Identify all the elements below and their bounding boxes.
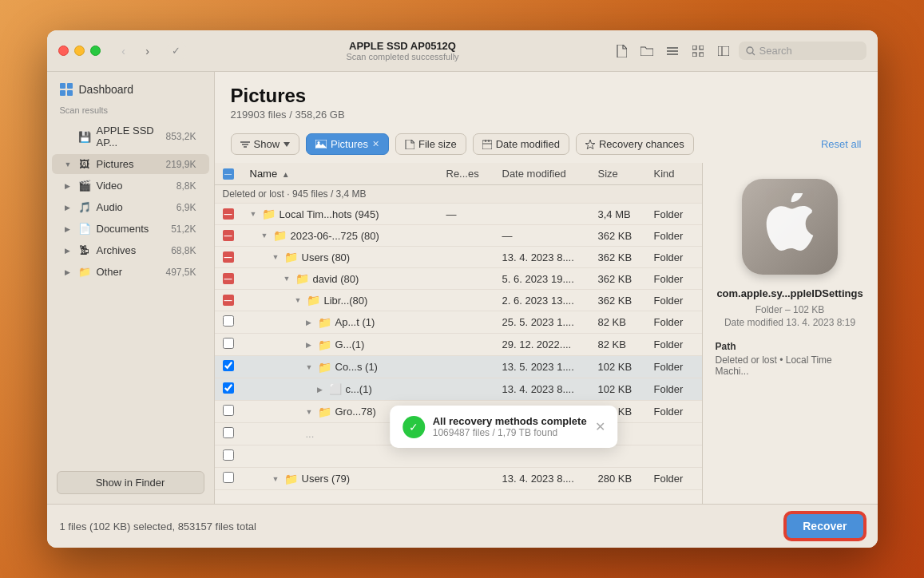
row-size: 362 KB: [590, 225, 646, 247]
sidebar-item-archives[interactable]: ▶ 🗜 Archives 68,8K: [52, 240, 209, 260]
row-kind: Folder: [646, 204, 702, 225]
forward-button[interactable]: ›: [137, 41, 158, 61]
col-header-date[interactable]: Date modified: [494, 163, 590, 185]
row-select-cell[interactable]: —: [215, 225, 242, 247]
sidebar-toggle-btn[interactable]: [713, 41, 734, 61]
bottom-status-text: 1 files (102 KB) selected, 853157 files …: [60, 521, 256, 532]
row-select-cell[interactable]: [215, 311, 242, 334]
expand-triangle[interactable]: ▼: [261, 232, 269, 240]
bottom-bar: 1 files (102 KB) selected, 853157 files …: [47, 504, 878, 548]
sidebar-dashboard-item[interactable]: Dashboard: [47, 72, 214, 105]
pictures-filter-close[interactable]: ✕: [372, 139, 379, 149]
expand-triangle[interactable]: ▼: [272, 253, 280, 261]
col-header-kind[interactable]: Kind: [646, 163, 702, 185]
row-checkbox[interactable]: [223, 382, 234, 394]
row-select-cell[interactable]: [215, 334, 242, 356]
sidebar-item-documents[interactable]: ▶ 📄 Documents 51,2K: [52, 219, 209, 239]
row-checkbox[interactable]: [223, 472, 234, 483]
table-row[interactable]: ▼ 📁 Co...s (1) 13. 5. 2023 1.... 102 KB …: [215, 356, 702, 378]
expand-triangle[interactable]: ▶: [317, 386, 325, 394]
apple-logo-icon: [766, 193, 814, 261]
sidebar-label-pictures: Pictures: [97, 158, 161, 170]
row-date: 13. 4. 2023 8....: [494, 378, 590, 401]
list-view-btn[interactable]: [662, 41, 683, 61]
table-row[interactable]: ▼ 📁 Users (79) 13. 4. 2023 8.... 280 KB …: [215, 468, 702, 490]
sidebar-item-video[interactable]: ▶ 🎬 Video 8,8K: [52, 176, 209, 196]
notification-close-button[interactable]: ✕: [595, 419, 605, 434]
row-checkbox[interactable]: [223, 315, 234, 327]
col-header-name[interactable]: Name ▲: [242, 163, 438, 185]
row-select-cell[interactable]: —: [215, 290, 242, 311]
sidebar-item-other[interactable]: ▶ 📁 Other 497,5K: [52, 262, 209, 282]
row-checkbox[interactable]: [223, 449, 234, 461]
file-icon-btn[interactable]: [611, 41, 632, 61]
expand-triangle[interactable]: ▼: [250, 210, 258, 218]
row-checkbox[interactable]: [223, 427, 234, 438]
row-checkbox[interactable]: [223, 360, 234, 371]
expand-triangle[interactable]: ▶: [306, 319, 314, 327]
fullscreen-button[interactable]: [90, 46, 101, 56]
row-select-cell[interactable]: [215, 401, 242, 423]
scan-status: Scan completed successfully: [195, 52, 611, 61]
col-header-recovery[interactable]: Re...es: [438, 163, 494, 185]
back-button[interactable]: ‹: [113, 41, 134, 61]
expand-arrow-icon: ▶: [65, 225, 73, 233]
recovery-chances-filter-btn[interactable]: Recovery chances: [576, 133, 694, 155]
device-name: APPLE SSD AP0512Q: [195, 40, 611, 52]
expand-triangle[interactable]: ▼: [306, 408, 314, 416]
row-select-cell[interactable]: —: [215, 268, 242, 290]
row-select-cell[interactable]: [215, 423, 242, 445]
table-row[interactable]: ▶ ⬜ c...(1) 13. 4. 2023 8.... 102 KB Fol…: [215, 378, 702, 401]
expand-triangle[interactable]: ▶: [306, 341, 314, 349]
row-size: 3,4 MB: [590, 204, 646, 225]
row-checkbox[interactable]: [223, 405, 234, 416]
row-recovery: [438, 468, 494, 490]
row-select-cell[interactable]: [215, 356, 242, 378]
file-size-filter-btn[interactable]: File size: [395, 133, 466, 155]
preview-path-label: Path: [716, 341, 736, 352]
close-button[interactable]: [58, 46, 69, 56]
row-kind: Folder: [646, 356, 702, 378]
show-filter-btn[interactable]: Show: [231, 133, 300, 155]
minimize-button[interactable]: [74, 46, 85, 56]
sidebar-item-apple-ssd[interactable]: 💾 APPLE SSD AP... 853,2K: [52, 121, 209, 152]
file-table-scroll[interactable]: — Name ▲ Re...es Date modified: [215, 163, 702, 504]
date-modified-filter-btn[interactable]: Date modified: [473, 133, 569, 155]
folder-icon: 📁: [273, 229, 287, 242]
table-row[interactable]: [215, 445, 702, 468]
table-row[interactable]: — ▼ 📁 Users (80): [215, 247, 702, 268]
recover-button[interactable]: Recover: [785, 513, 864, 540]
expand-triangle[interactable]: ▼: [272, 475, 280, 483]
reset-all-button[interactable]: Reset all: [821, 138, 862, 150]
expand-triangle[interactable]: ▼: [284, 275, 291, 283]
row-name: david (80): [313, 273, 359, 285]
table-row[interactable]: — ▼ 📁 david (80): [215, 268, 702, 290]
row-kind: Folder: [646, 334, 702, 356]
svg-marker-20: [585, 140, 595, 149]
filter-icon: [240, 141, 250, 148]
row-kind: Folder: [646, 247, 702, 268]
row-select-cell[interactable]: [215, 445, 242, 468]
pictures-filter-btn[interactable]: Pictures ✕: [306, 133, 389, 155]
sidebar-item-audio[interactable]: ▶ 🎵 Audio 6,9K: [52, 197, 209, 217]
expand-triangle[interactable]: ▼: [295, 296, 303, 304]
row-select-cell[interactable]: —: [215, 204, 242, 225]
expand-triangle[interactable]: ▼: [306, 363, 314, 371]
row-select-cell[interactable]: [215, 468, 242, 490]
folder-icon-btn[interactable]: [636, 41, 657, 61]
archives-icon: 🗜: [77, 245, 92, 256]
table-row[interactable]: — ▼ 📁 Libr...(80): [215, 290, 702, 311]
table-row[interactable]: ▶ 📁 G...(1) 29. 12. 2022.... 82 KB Folde…: [215, 334, 702, 356]
table-row[interactable]: — ▼ 📁 2023-06-...725 (80): [215, 225, 702, 247]
search-input[interactable]: [759, 45, 855, 57]
row-select-cell[interactable]: —: [215, 247, 242, 268]
row-select-cell[interactable]: [215, 378, 242, 401]
sidebar-item-pictures[interactable]: ▼ 🖼 Pictures 219,9K: [52, 154, 209, 174]
search-bar[interactable]: [739, 42, 866, 60]
table-row[interactable]: — ▼ 📁 Local Tim...hots (945): [215, 204, 702, 225]
col-header-size[interactable]: Size: [590, 163, 646, 185]
table-row[interactable]: ▶ 📁 Ap...t (1) 25. 5. 2023 1.... 82 KB F…: [215, 311, 702, 334]
row-checkbox[interactable]: [223, 338, 234, 349]
grid-view-btn[interactable]: [688, 41, 708, 61]
show-in-finder-button[interactable]: Show in Finder: [57, 471, 204, 494]
